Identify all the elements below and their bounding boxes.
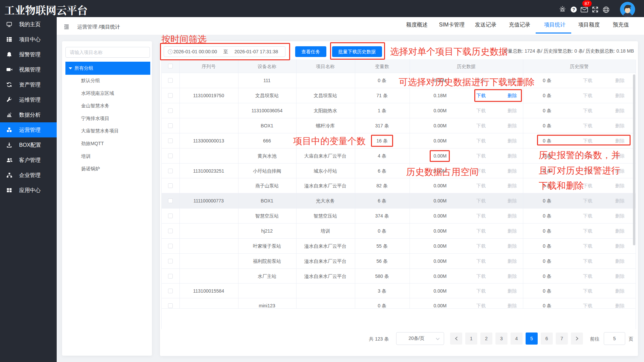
svg-text:?: ? (573, 7, 575, 12)
